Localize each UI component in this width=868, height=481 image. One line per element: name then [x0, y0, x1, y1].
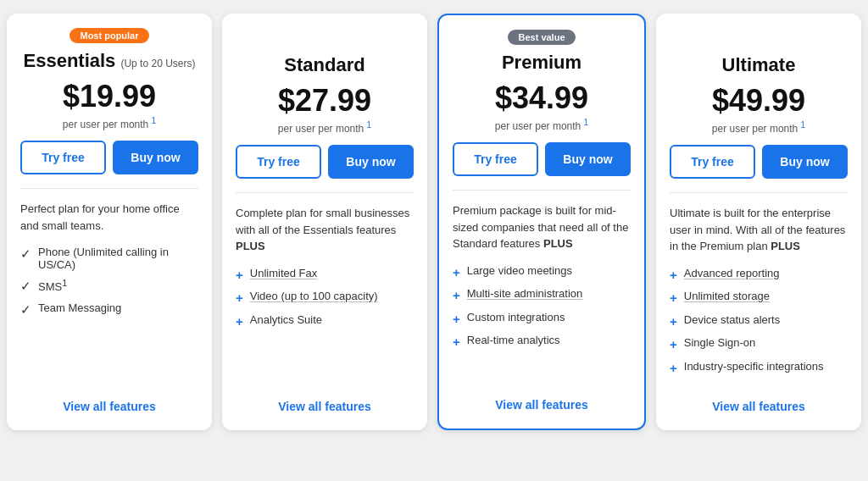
feature-label: Phone (Unlimited calling in US/CA) — [38, 246, 198, 271]
feature-list: + Large video meetings + Multi-site admi… — [453, 264, 631, 382]
btn-row: Try free Buy now — [20, 141, 198, 174]
feature-item: + Unlimited Fax — [236, 267, 414, 284]
feature-label: Custom integrations — [467, 311, 565, 323]
plan-period: per user per month 1 — [20, 116, 198, 130]
feature-label: Video (up to 100 capacity) — [250, 290, 378, 302]
feature-label: Analytics Suite — [250, 313, 322, 326]
buy-now-button[interactable]: Buy now — [545, 142, 631, 176]
feature-item: + Unlimited storage — [670, 290, 848, 307]
try-free-button[interactable]: Try free — [20, 141, 106, 174]
plan-description: Perfect plan for your home office and sm… — [20, 201, 198, 234]
plus-icon: + — [236, 313, 243, 330]
try-free-button[interactable]: Try free — [236, 145, 321, 179]
plan-card-ultimate: Ultimate $49.99 per user per month 1 Try… — [656, 14, 861, 430]
check-icon: ✓ — [20, 278, 31, 295]
divider — [236, 192, 414, 193]
plan-period: per user per month 1 — [453, 118, 631, 132]
divider — [453, 190, 631, 191]
feature-list: ✓ Phone (Unlimited calling in US/CA) ✓ S… — [20, 246, 198, 383]
feature-label: Unlimited storage — [684, 290, 770, 302]
plus-icon: + — [670, 360, 677, 377]
plus-icon: + — [453, 334, 460, 351]
plan-description: Complete plan for small businesses with … — [236, 205, 414, 255]
feature-item: ✓ Phone (Unlimited calling in US/CA) — [20, 246, 198, 271]
plus-icon: + — [670, 290, 677, 307]
view-all-features-link[interactable]: View all features — [453, 395, 631, 412]
check-icon: ✓ — [20, 301, 31, 318]
feature-item: + Video (up to 100 capacity) — [236, 290, 414, 307]
feature-item: ✓ Team Messaging — [20, 301, 198, 318]
view-all-features-link[interactable]: View all features — [670, 396, 848, 413]
feature-item: + Custom integrations — [453, 311, 631, 328]
feature-label: Unlimited Fax — [250, 267, 317, 279]
plan-card-essentials: Most popular Essentials (Up to 20 Users)… — [7, 14, 212, 430]
badge-popular: Most popular — [70, 28, 148, 43]
plus-icon: + — [236, 290, 243, 307]
plan-period: per user per month 1 — [236, 120, 414, 135]
plan-card-standard: Standard $27.99 per user per month 1 Try… — [222, 14, 427, 430]
plus-icon: + — [670, 313, 677, 330]
plan-name: Standard — [236, 54, 414, 76]
feature-list: + Advanced reporting + Unlimited storage… — [670, 267, 848, 384]
plus-icon: + — [453, 311, 460, 328]
plan-name: Premium — [453, 52, 631, 74]
view-all-features-link[interactable]: View all features — [20, 396, 198, 413]
plus-icon: + — [670, 267, 677, 284]
plan-price: $19.99 — [20, 79, 198, 114]
plus-icon: + — [236, 267, 243, 284]
plan-price: $34.99 — [453, 80, 631, 116]
plan-card-premium: Best value Premium $34.99 per user per m… — [437, 14, 646, 430]
feature-item: + Analytics Suite — [236, 313, 414, 330]
plan-price: $49.99 — [670, 83, 848, 119]
feature-item: + Multi-site administration — [453, 287, 631, 304]
plans-container: Most popular Essentials (Up to 20 Users)… — [7, 14, 861, 430]
plan-description: Ultimate is built for the enterprise use… — [670, 205, 848, 255]
plus-icon: + — [453, 287, 460, 304]
btn-row: Try free Buy now — [236, 145, 414, 179]
plus-icon: + — [453, 264, 460, 281]
feature-label: Advanced reporting — [684, 267, 780, 279]
plan-period: per user per month 1 — [670, 120, 848, 135]
feature-label: Single Sign-on — [684, 336, 756, 349]
divider — [670, 192, 848, 193]
feature-item: + Single Sign-on — [670, 336, 848, 353]
btn-row: Try free Buy now — [453, 142, 631, 176]
btn-row: Try free Buy now — [670, 145, 848, 179]
feature-label: SMS1 — [38, 278, 67, 293]
plan-name: Essentials (Up to 20 Users) — [20, 50, 198, 72]
feature-label: Real-time analytics — [467, 334, 560, 346]
feature-item: ✓ SMS1 — [20, 278, 198, 295]
feature-label: Multi-site administration — [467, 287, 583, 300]
try-free-button[interactable]: Try free — [453, 142, 538, 176]
plan-subtitle: (Up to 20 Users) — [120, 58, 195, 69]
plan-name: Ultimate — [670, 54, 848, 76]
badge-value: Best value — [508, 30, 575, 45]
view-all-features-link[interactable]: View all features — [236, 396, 414, 413]
feature-item: + Industry-specific integrations — [670, 360, 848, 377]
feature-list: + Unlimited Fax + Video (up to 100 capac… — [236, 267, 414, 384]
feature-item: + Device status alerts — [670, 313, 848, 330]
feature-item: + Advanced reporting — [670, 267, 848, 284]
feature-label: Large video meetings — [467, 264, 572, 277]
feature-item: + Large video meetings — [453, 264, 631, 281]
buy-now-button[interactable]: Buy now — [762, 145, 848, 179]
feature-label: Device status alerts — [684, 313, 780, 326]
buy-now-button[interactable]: Buy now — [113, 141, 198, 174]
buy-now-button[interactable]: Buy now — [328, 145, 414, 179]
feature-label: Team Messaging — [38, 301, 121, 314]
divider — [20, 188, 198, 189]
plus-icon: + — [670, 336, 677, 353]
try-free-button[interactable]: Try free — [670, 145, 755, 179]
feature-label: Industry-specific integrations — [684, 360, 824, 373]
plan-price: $27.99 — [236, 83, 414, 119]
feature-item: + Real-time analytics — [453, 334, 631, 351]
check-icon: ✓ — [20, 246, 31, 263]
plan-description: Premium package is built for mid-sized c… — [453, 202, 631, 252]
